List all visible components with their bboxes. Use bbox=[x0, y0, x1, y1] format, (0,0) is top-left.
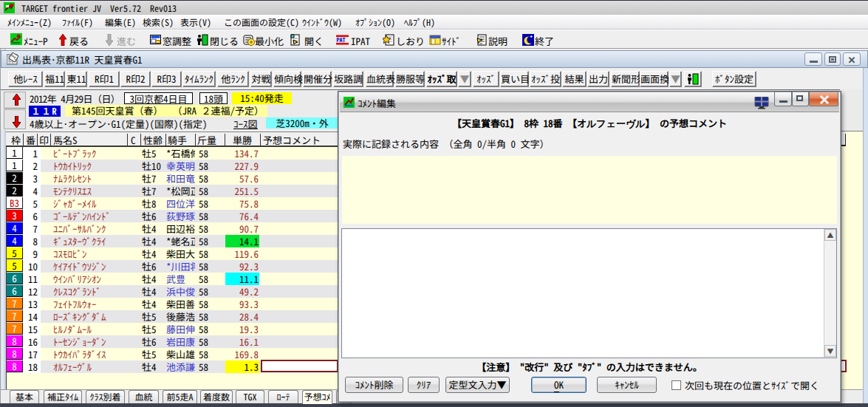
svg-text:PAT: PAT bbox=[337, 35, 346, 44]
